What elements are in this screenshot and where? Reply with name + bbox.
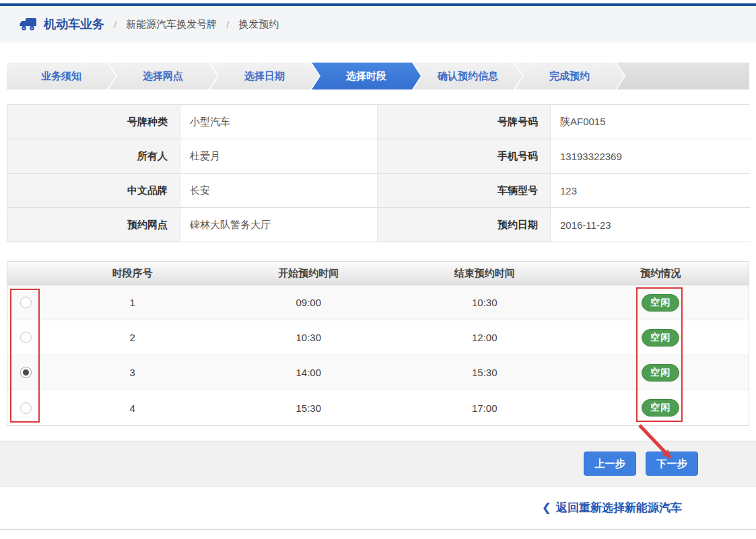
back-link-label: 返回重新选择新能源汽车: [556, 500, 682, 515]
column-header: 结束预约时间: [397, 262, 573, 285]
timeslot-row: 210:3012:00空闲: [7, 320, 749, 355]
info-label: 所有人: [7, 139, 180, 174]
info-label: 手机号码: [378, 139, 551, 174]
info-value: 杜爱月: [180, 139, 378, 174]
info-value: 123: [551, 174, 750, 208]
action-bar: 上一步 下一步: [0, 441, 756, 487]
info-value: 13193322369: [551, 139, 750, 174]
info-value: 碑林大队警务大厅: [180, 208, 378, 242]
status-badge: 空闲: [642, 329, 679, 347]
status-cell: 空闲: [573, 285, 749, 320]
breadcrumb-section[interactable]: 机动车业务: [44, 16, 104, 32]
breadcrumb-separator: /: [114, 19, 116, 30]
step-label: 确认预约信息: [438, 70, 498, 83]
slot-start: 10:30: [221, 320, 397, 355]
radio-cell: [7, 390, 44, 425]
slot-start: 15:30: [221, 390, 397, 425]
slot-seq: 2: [44, 320, 221, 355]
step-tab-3[interactable]: 选择日期: [210, 63, 319, 89]
slot-start: 09:00: [221, 285, 397, 320]
info-label: 车辆型号: [378, 174, 551, 208]
slot-seq: 3: [44, 355, 221, 390]
chevron-left-icon: ❮: [542, 501, 551, 515]
footer: ❮ 返回重新选择新能源汽车: [0, 487, 756, 530]
slot-end: 17:00: [397, 390, 573, 425]
status-cell: 空闲: [573, 320, 749, 355]
info-label: 预约网点: [7, 208, 180, 242]
info-value: 陕AF0015: [551, 105, 750, 139]
info-label: 号牌种类: [7, 105, 180, 139]
step-tab-6[interactable]: 完成预约: [515, 63, 624, 89]
slot-end: 10:30: [397, 285, 573, 320]
step-label: 业务须知: [41, 70, 81, 83]
timeslot-table: 时段序号开始预约时间结束预约时间预约情况109:0010:30空闲210:301…: [7, 261, 749, 426]
breadcrumb-separator: /: [226, 19, 229, 30]
step-wizard: 业务须知选择网点选择日期选择时段确认预约信息完成预约: [7, 63, 749, 89]
step-tab-4[interactable]: 选择时段: [312, 63, 421, 89]
status-badge: 空闲: [642, 364, 679, 382]
back-link[interactable]: ❮ 返回重新选择新能源汽车: [542, 500, 682, 515]
radio-cell: [7, 355, 44, 390]
slot-end: 15:30: [397, 355, 573, 390]
step-label: 完成预约: [549, 70, 590, 83]
breadcrumb-item-current: 换发预约: [238, 18, 279, 31]
step-tab-1[interactable]: 业务须知: [7, 63, 116, 89]
status-cell: 空闲: [573, 355, 749, 390]
step-tab-2[interactable]: 选择网点: [108, 63, 217, 89]
step-label: 选择时段: [346, 70, 386, 83]
step-tab-5[interactable]: 确认预约信息: [413, 63, 522, 89]
step-label: 选择网点: [143, 70, 183, 83]
radio-cell: [7, 285, 44, 320]
breadcrumb-item-service[interactable]: 新能源汽车换发号牌: [126, 18, 217, 31]
breadcrumb-bar: 机动车业务 / 新能源汽车换发号牌 / 换发预约: [0, 6, 756, 42]
column-header: 预约情况: [573, 262, 749, 285]
status-badge: 空闲: [642, 294, 679, 312]
timeslot-row: 314:0015:30空闲: [7, 355, 749, 390]
info-label: 中文品牌: [7, 174, 180, 208]
next-step-button[interactable]: 下一步: [646, 452, 698, 476]
timeslot-radio[interactable]: [20, 367, 32, 378]
status-badge: 空闲: [642, 399, 679, 417]
timeslot-radio[interactable]: [20, 402, 32, 414]
info-value: 小型汽车: [180, 105, 378, 139]
prev-step-button[interactable]: 上一步: [584, 452, 636, 476]
timeslot-row: 415:3017:00空闲: [7, 390, 749, 425]
slot-end: 12:00: [397, 320, 573, 355]
info-label: 预约日期: [378, 208, 551, 242]
timeslot-row: 109:0010:30空闲: [7, 285, 749, 320]
status-cell: 空闲: [573, 390, 749, 425]
timeslot-radio[interactable]: [20, 332, 32, 343]
step-label: 选择日期: [244, 70, 285, 83]
step-wizard-tail: [617, 63, 749, 89]
slot-seq: 1: [44, 285, 221, 320]
table-header-row: 时段序号开始预约时间结束预约时间预约情况: [7, 262, 749, 285]
info-value: 2016-11-23: [551, 208, 750, 242]
info-value: 长安: [180, 174, 378, 208]
info-label: 号牌号码: [378, 105, 551, 139]
vehicle-info-table: 号牌种类小型汽车号牌号码陕AF0015所有人杜爱月手机号码13193322369…: [7, 104, 749, 242]
column-header: 开始预约时间: [221, 262, 397, 285]
column-header: 时段序号: [44, 262, 221, 285]
slot-start: 14:00: [221, 355, 397, 390]
truck-icon: [19, 17, 37, 32]
header-radio-spacer: [7, 262, 44, 285]
radio-cell: [7, 320, 44, 355]
slot-seq: 4: [44, 390, 221, 425]
timeslot-radio[interactable]: [20, 297, 32, 308]
